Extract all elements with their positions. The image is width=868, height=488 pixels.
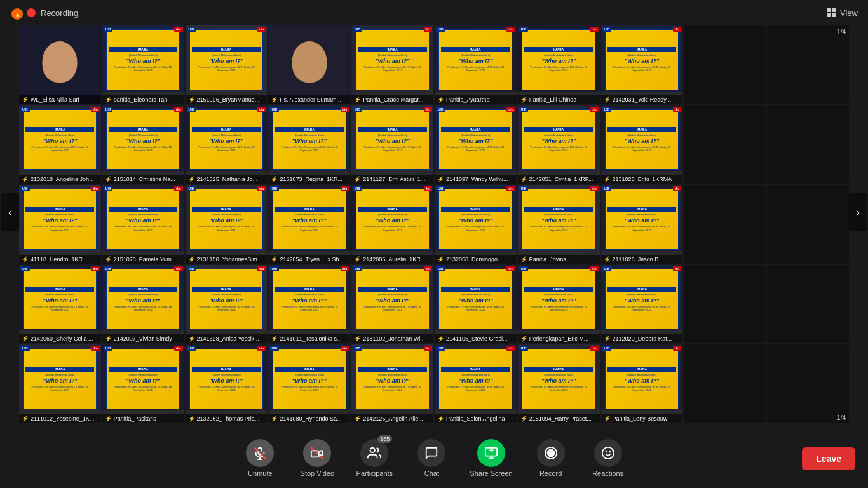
video-tile: IMABA(Ibadah Mahasiswa Baru)"Who am I?"P… [601,344,683,423]
video-tile: IMABA(Ibadah Mahasiswa Baru)"Who am I?"P… [268,105,350,184]
unmute-button[interactable]: Unmute [241,439,279,477]
tile-label: ⚡2141097_Windy Wilhu... [435,175,517,184]
video-tile [684,105,766,184]
view-button[interactable]: View [826,8,858,18]
video-tile: IMABA(Ibadah Mahasiswa Baru)"Who am I?"P… [351,265,433,344]
svg-point-9 [370,448,375,452]
tile-label: ⚡2131102_Jonathan Wi... [351,334,433,343]
video-tile: IMABA(Ibadah Mahasiswa Baru)"Who am I?"P… [102,265,184,344]
video-tile [684,265,766,344]
app-icon: 🔥 [11,8,23,20]
video-tile: IMABA(Ibadah Mahasiswa Baru)"Who am I?"P… [19,105,101,184]
video-tile: ⚡WL_Elisa Nilla Sari [19,25,101,104]
video-tile [684,25,766,104]
video-tile: IMABA(Ibadah Mahasiswa Baru)"Who am I?"P… [601,25,683,104]
video-tile: IMABA(Ibadah Mahasiswa Baru)"Who am I?"P… [518,265,600,344]
video-tile [767,344,849,423]
top-bar: 🔥 Recording View [0,0,868,25]
tile-label: ⚡41118_Hendro_1KR... [19,255,101,264]
tile-label: ⚡2131025_Eriki_1KRMA [601,175,683,184]
view-label: View [840,8,858,18]
video-tile: IMABA(Ibadah Mahasiswa Baru)"Who am I?"P… [351,25,433,104]
share-screen-label: Share Screen [470,470,512,477]
video-tile: IMABA(Ibadah Mahasiswa Baru)"Who am I?"P… [601,105,683,184]
video-tile: IMABA(Ibadah Mahasiswa Baru)"Who am I?"P… [601,265,683,344]
video-tile [767,25,849,104]
video-tile: IMABA(Ibadah Mahasiswa Baru)"Who am I?"P… [186,105,268,184]
tile-label: ⚡2142125_Angelin Alie... [351,414,433,423]
tile-label: ⚡2132018_Angelina Joh... [19,175,101,184]
video-tile: IMABA(Ibadah Mahasiswa Baru)"Who am I?"P… [435,185,517,264]
svg-rect-1 [832,8,836,12]
tile-label: ⚡Panitia_Leny Besouw [601,414,683,423]
video-icon [303,439,331,467]
share-screen-icon [477,439,505,467]
tile-label: ⚡WL_Elisa Nilla Sari [19,95,101,104]
leave-button[interactable]: Leave [802,447,855,470]
tile-label: ⚡2112020_Debora Rat... [601,334,683,343]
top-bar-left: 🔥 Recording [10,7,78,18]
tile-label: ⚡2132062_Thomas Pria... [186,414,268,423]
grid-icon [826,8,836,18]
video-tile: IMABA(Ibadah Mahasiswa Baru)"Who am I?"P… [102,344,184,423]
svg-text:+: + [611,447,614,453]
video-tile [767,185,849,264]
share-screen-button[interactable]: Share Screen [470,439,512,477]
page-indicator-bottom: 1/4 [837,414,846,421]
page-indicator-top: 1/4 [837,29,846,36]
tile-label: ⚡2142060_Sherly Celia ... [19,334,101,343]
nav-right-button[interactable]: › [849,193,867,231]
chat-icon [417,439,445,467]
video-tile: IMABA(Ibadah Mahasiswa Baru)"Who am I?"P… [268,185,350,264]
video-grid: ⚡WL_Elisa Nilla SariIMABA(Ibadah Mahasis… [19,25,849,424]
nav-left-button[interactable]: ‹ [1,193,19,231]
tile-label: ⚡2141127_Erni Astuti_1... [351,175,433,184]
tile-label: ⚡Panitia_Grace Margar... [351,95,433,104]
tile-label: ⚡2151073_Regina_1KR... [268,175,350,184]
video-tile: IMABA(Ibadah Mahasiswa Baru)"Who am I?"P… [435,25,517,104]
record-icon [537,439,565,467]
video-tile: IMABA(Ibadah Mahasiswa Baru)"Who am I?"P… [186,344,268,423]
video-tile: IMABA(Ibadah Mahasiswa Baru)"Who am I?"P… [268,265,350,344]
tile-label: ⚡Ps. Alexander Sumam... [268,95,350,104]
tile-label: ⚡2142085_Aurelia_1KR... [351,255,433,264]
svg-rect-2 [827,13,831,17]
tile-label: ⚡2141105_Stevie Graci... [435,334,517,343]
video-tile: IMABA(Ibadah Mahasiswa Baru)"Who am I?"P… [435,105,517,184]
reactions-icon: + [594,439,622,467]
tile-label: ⚡2141025_Nathania Jo... [186,175,268,184]
toolbar: Unmute Stop Video 165 Participants [0,428,868,488]
participants-icon: 165 [360,439,388,467]
stop-video-button[interactable]: Stop Video [298,439,336,477]
video-tile: IMABA(Ibadah Mahasiswa Baru)"Who am I?"P… [435,265,517,344]
tile-label: ⚡2132056_Dominggo ... [435,255,517,264]
video-tile: IMABA(Ibadah Mahasiswa Baru)"Who am I?"P… [19,344,101,423]
video-tile: IMABA(Ibadah Mahasiswa Baru)"Who am I?"P… [351,185,433,264]
video-tile: IMABA(Ibadah Mahasiswa Baru)"Who am I?"P… [435,344,517,423]
video-tile [684,185,766,264]
chat-button[interactable]: Chat [412,439,451,477]
tile-label: ⚡panitia_Eleonora Tan [102,95,184,104]
participants-button[interactable]: 165 Participants [355,439,393,477]
tile-label: ⚡2141011_Tesalonika s... [268,334,350,343]
video-tile: IMABA(Ibadah Mahasiswa Baru)"Who am I?"P… [518,25,600,104]
tile-label: ⚡2151094_Harry Praset... [518,414,600,423]
video-tile: IMABA(Ibadah Mahasiswa Baru)"Who am I?"P… [19,185,101,264]
svg-point-14 [547,450,554,457]
svg-rect-0 [827,8,831,12]
recording-text: Recording [41,8,78,18]
tile-label: ⚡2141328_Anisa Yessik... [186,334,268,343]
video-tile: IMABA(Ibadah Mahasiswa Baru)"Who am I?"P… [102,185,184,264]
video-tile: IMABA(Ibadah Mahasiswa Baru)"Who am I?"P… [518,105,600,184]
video-tile: IMABA(Ibadah Mahasiswa Baru)"Who am I?"P… [351,105,433,184]
video-tile: IMABA(Ibadah Mahasiswa Baru)"Who am I?"P… [518,344,600,423]
reactions-button[interactable]: + Reactions [589,439,627,477]
tile-label: ⚡2142051_Cyntia_1KRP... [518,175,600,184]
video-tile: IMABA(Ibadah Mahasiswa Baru)"Who am I?"P… [186,265,268,344]
record-button[interactable]: Record [532,439,570,477]
tile-label: ⚡2151014_Christine Na... [102,175,184,184]
tile-label: ⚡Perlengkapan_Eric M... [518,334,600,343]
tile-label: ⚡Panitia_Jovina [518,255,600,264]
tile-label: ⚡2142054_Tryen Lux Sh... [268,255,350,264]
video-tile: IMABA(Ibadah Mahasiswa Baru)"Who am I?"P… [518,185,600,264]
